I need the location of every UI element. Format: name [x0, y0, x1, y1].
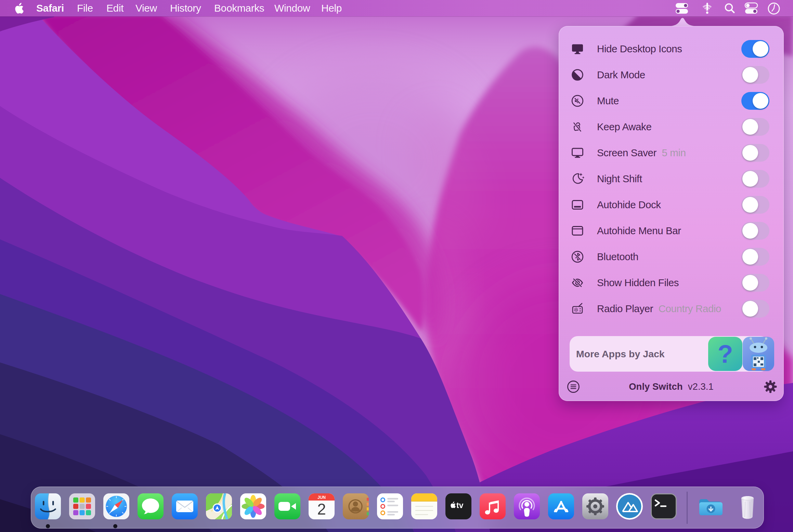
svg-text:tv: tv — [456, 501, 464, 510]
svg-text:JUN: JUN — [317, 495, 326, 500]
svg-text:?: ? — [717, 340, 733, 368]
svg-text:2: 2 — [317, 500, 326, 518]
